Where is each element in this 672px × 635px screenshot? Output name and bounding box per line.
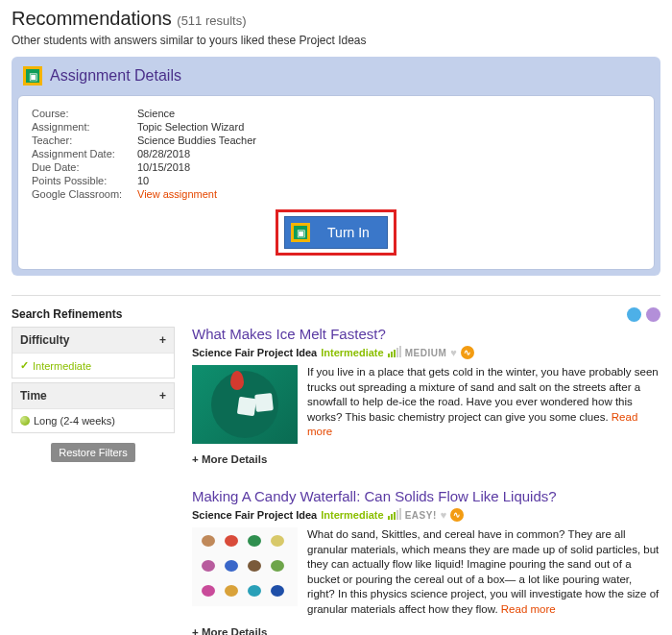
due-date-label: Due Date: [32, 161, 137, 173]
filters-sidebar: Search Refinements Difficulty + ✓ Interm… [12, 307, 175, 635]
divider [12, 295, 660, 296]
page-subhead: Other students with answers similar to y… [12, 34, 660, 47]
google-classroom-icon: ▣ [291, 223, 310, 242]
share-icons [192, 307, 660, 322]
assignment-label: Assignment: [32, 121, 137, 133]
result-thumbnail[interactable] [192, 527, 298, 606]
result-desc-text: What do sand, Skittles, and cereal have … [307, 528, 659, 615]
badge-icon: ∿ [461, 346, 474, 359]
assign-date-value: 08/28/2018 [137, 148, 190, 159]
course-label: Course: [32, 108, 137, 119]
result-desc-text: If you live in a place that gets cold in… [307, 366, 659, 423]
check-icon: ✓ [20, 359, 29, 372]
due-date-value: 10/15/2018 [137, 161, 190, 173]
time-dot-icon [20, 416, 30, 426]
google-classroom-icon: ▣ [23, 66, 42, 85]
filter-time-label: Time [20, 389, 47, 403]
filter-difficulty: Difficulty + ✓ Intermediate [12, 327, 175, 379]
turn-in-label: Turn In [327, 225, 370, 240]
difficulty-bars-icon [388, 348, 401, 357]
results-content: What Makes Ice Melt Fastest? Science Fai… [192, 307, 660, 635]
teacher-value: Science Buddies Teacher [137, 134, 256, 146]
result-count: (511 results) [177, 13, 246, 28]
assignment-header: ▣ Assignment Details [17, 62, 655, 95]
filter-difficulty-value[interactable]: ✓ Intermediate [12, 353, 174, 378]
more-details-toggle[interactable]: + More Details [192, 626, 660, 635]
read-more-link[interactable]: Read more [501, 603, 556, 615]
time-value-text: Long (2-4 weeks) [34, 415, 115, 427]
filter-difficulty-head[interactable]: Difficulty + [12, 328, 174, 353]
turn-in-highlight: ▣ Turn In [276, 209, 396, 256]
share-icon[interactable] [627, 307, 641, 322]
result-title-link[interactable]: What Makes Ice Melt Fastest? [192, 326, 660, 342]
assignment-value: Topic Selection Wizard [137, 121, 244, 133]
result-description: If you live in a place that gets cold in… [307, 365, 660, 444]
result-description: What do sand, Skittles, and cereal have … [307, 527, 660, 617]
course-value: Science [137, 108, 175, 119]
assignment-body: Course:Science Assignment:Topic Selectio… [17, 95, 655, 270]
assignment-title: Assignment Details [50, 67, 181, 85]
difficulty-value-text: Intermediate [33, 360, 91, 372]
result-thumbnail[interactable] [192, 365, 298, 444]
result-time: MEDIUM [405, 348, 447, 358]
title-text: Recommendations [12, 8, 172, 29]
result-card: What Makes Ice Melt Fastest? Science Fai… [192, 326, 660, 465]
badge-icon: ∿ [450, 508, 464, 522]
points-label: Points Possible: [32, 175, 137, 186]
assignment-panel: ▣ Assignment Details Course:Science Assi… [12, 57, 660, 276]
result-difficulty: Intermediate [321, 347, 383, 358]
assign-date-label: Assignment Date: [32, 148, 137, 159]
plus-icon: + [159, 389, 166, 403]
filter-time-value[interactable]: Long (2-4 weeks) [12, 408, 174, 432]
heart-icon[interactable]: ♥ [441, 509, 447, 521]
result-time: EASY! [405, 510, 437, 521]
result-card: Making A Candy Waterfall: Can Solids Flo… [192, 488, 660, 635]
filter-time-head[interactable]: Time + [12, 383, 174, 408]
page-title: Recommendations (511 results) [12, 8, 660, 30]
gclassroom-label: Google Classroom: [32, 188, 137, 200]
result-title-link[interactable]: Making A Candy Waterfall: Can Solids Flo… [192, 488, 660, 504]
result-difficulty: Intermediate [321, 509, 383, 521]
more-details-toggle[interactable]: + More Details [192, 453, 660, 465]
email-icon[interactable] [646, 307, 660, 322]
view-assignment-link[interactable]: View assignment [137, 188, 217, 200]
plus-icon: + [159, 333, 166, 347]
filter-time: Time + Long (2-4 weeks) [12, 382, 175, 433]
result-kind: Science Fair Project Idea [192, 347, 317, 358]
result-meta: Science Fair Project Idea Intermediate M… [192, 346, 660, 359]
points-value: 10 [137, 175, 149, 186]
difficulty-bars-icon [388, 510, 401, 520]
result-kind: Science Fair Project Idea [192, 509, 317, 521]
results-layout: Search Refinements Difficulty + ✓ Interm… [12, 307, 660, 635]
restore-filters-button[interactable]: Restore Filters [51, 443, 135, 462]
filters-heading: Search Refinements [12, 307, 175, 321]
turn-in-button[interactable]: ▣ Turn In [284, 216, 388, 249]
result-meta: Science Fair Project Idea Intermediate E… [192, 508, 660, 522]
teacher-label: Teacher: [32, 134, 137, 146]
heart-icon[interactable]: ♥ [450, 347, 457, 358]
filter-difficulty-label: Difficulty [20, 333, 69, 347]
